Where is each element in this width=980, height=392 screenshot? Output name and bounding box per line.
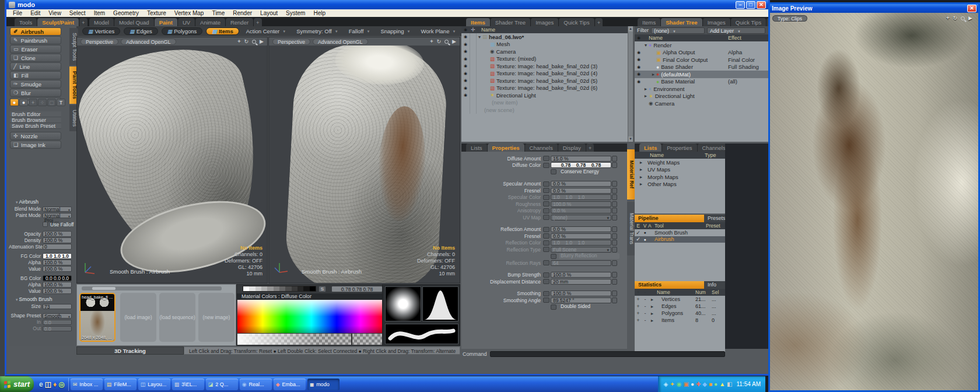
statistics-row[interactable]: + - ► Edges 61... ... [635,303,725,310]
checkbox[interactable] [551,169,556,174]
zoom-icon[interactable] [444,40,449,44]
enable-check[interactable]: ✓ [635,230,642,236]
add-layer-select[interactable]: Add Layer [707,27,765,34]
property-value[interactable]: 100.0 % [551,201,611,207]
panel-tab[interactable]: Channels [525,144,558,152]
pipeline-row[interactable]: ✓ ● Smooth Brush [635,229,725,236]
view-style-button[interactable]: Perspective [80,38,118,45]
property-value[interactable]: 100.0 % [551,272,611,278]
panel-tab[interactable]: Items [466,18,490,26]
item-row[interactable]: Texture: (mixed) [461,55,633,63]
collapse-minus[interactable]: - [642,310,649,316]
menu-item[interactable]: Texture [143,10,170,16]
item-row[interactable]: Texture: Image: head_bake_final_02d (5) [461,77,633,85]
selection-mode-button[interactable]: Edges [124,27,158,35]
gray-swatch-strip[interactable] [243,286,316,292]
expand-plus[interactable]: + [635,303,642,309]
zoom-icon[interactable] [961,16,965,20]
start-button[interactable]: start [0,376,34,392]
orbit-icon[interactable]: ↻ [953,15,958,21]
orbit-icon[interactable]: ↻ [244,38,249,44]
visibility-eye-icon[interactable] [461,57,470,61]
shader-row[interactable]: Base Shader Full Shading [635,64,769,71]
dropdown-field[interactable]: Smooth [43,313,72,319]
menu-item[interactable]: Edit [26,10,44,16]
brush-tip-button[interactable]: ● [10,99,19,106]
panel-tab[interactable]: Images [531,18,558,26]
viewport-right[interactable]: Perspective Advanced OpenGL + ↻ ▶ Smooth… [268,37,460,284]
paint-tool-button[interactable]: ◧ Fill [10,71,61,79]
shader-row[interactable]: ► Environment [635,85,769,93]
tray-icon[interactable]: ◈ [664,382,668,387]
visibility-eye-icon[interactable] [461,71,470,76]
bg-color-field[interactable]: 0.0 0.0 0.0 [43,275,72,281]
value-field[interactable]: 100.0 % [43,282,72,288]
spinner[interactable] [612,215,617,220]
title-bar[interactable]: modo – □ ✕ [6,0,768,9]
property-row[interactable]: Diffuse Color 0.78 0.78 0.78 [461,162,627,169]
expand-plus[interactable]: + [635,296,642,302]
item-row[interactable]: Texture: Image: head_bake_final_02d (4) [461,70,633,78]
visibility-eye-icon[interactable] [635,50,643,55]
spinner[interactable] [612,156,617,162]
filter-select[interactable]: (none) [651,27,705,34]
property-row[interactable]: Specular Amount 0.0 % [461,181,627,188]
property-value[interactable]: 0.0 % [551,188,611,194]
property-value[interactable]: 1.0 1.0 1.0 [551,240,611,246]
spinner[interactable] [612,279,617,285]
channel-toggle[interactable] [543,291,550,296]
statistics-row[interactable]: + - ► Vertices 21... ... [635,296,725,303]
saturation-button[interactable]: S [318,286,326,292]
texture-preview-image[interactable]: Type: Clips + ↻ ▶ [770,13,978,390]
item-row[interactable]: (new scene) [461,106,633,114]
property-row[interactable]: Reflection Amount 0.0 % [461,226,627,233]
side-tab-material-ref[interactable]: Material Ref [627,149,635,200]
property-value[interactable]: 0.0 % [551,226,611,232]
collapse-minus[interactable]: - [642,317,649,323]
value-field[interactable]: 100.0 % [43,237,72,243]
item-row[interactable]: Texture: Image: head_bake_final_02d (3) [461,62,633,70]
shader-row[interactable]: Final Color Output Final Color [635,56,769,64]
channel-toggle[interactable] [543,188,550,193]
checkbox[interactable] [551,254,556,259]
form-row[interactable]: Alpha 100.0 % [9,260,76,266]
layout-tab[interactable]: Tools [15,18,37,26]
property-value[interactable]: 100.0 % [551,290,611,296]
menu-item[interactable]: Geometry [109,10,143,16]
selection-mode-button[interactable]: Vertices [82,27,120,35]
spinner[interactable] [612,226,617,232]
expand-arrow[interactable]: ▼ [477,35,482,39]
orbit-icon[interactable]: ↻ [437,38,442,44]
list-row[interactable]: ► UV Maps [635,166,725,174]
toolbar-dropdown[interactable]: Falloff [345,28,374,34]
pipeline-header[interactable]: Pipeline [635,215,704,222]
expand-arrow[interactable]: ► [638,182,644,186]
brush-tip-button[interactable]: T [57,99,65,106]
value-field[interactable]: 0.0 [43,326,72,332]
statistics-row[interactable]: + - ► Items 8 0 [635,317,725,324]
shader-row[interactable]: Alpha Output Alpha [635,49,769,57]
visibility-eye-icon[interactable] [461,78,470,83]
paint-tool-button[interactable]: ❍ Blur [10,89,61,97]
panel-tab[interactable]: Channels [698,144,726,152]
command-input[interactable] [490,351,725,357]
property-value[interactable]: (none) [551,215,611,220]
property-value[interactable]: 64 [551,260,611,266]
quick-launch-icon[interactable]: ♦ [53,380,57,388]
panel-tab[interactable]: Items [638,18,660,26]
menu-item[interactable]: System [282,10,309,16]
property-value[interactable]: 0.0 % [551,233,611,239]
spinner[interactable] [612,208,617,214]
property-row[interactable]: Fresnel 0.0 % [461,187,627,194]
taskbar-window-button[interactable]: ✉ Inbox ... [71,379,103,390]
paint-tool-button[interactable]: ✑ Smudge [10,80,61,88]
panel-tab[interactable]: Display [558,144,586,152]
property-row[interactable]: Double Sided [461,304,627,311]
layout-tab[interactable]: Sculpt/Paint [37,18,79,26]
menu-item[interactable]: Select [65,10,90,16]
channel-toggle[interactable] [543,298,550,303]
value-marker[interactable] [351,334,352,345]
checkbox[interactable] [551,304,556,310]
taskbar-window-button[interactable]: ▤ FileM... [104,379,136,390]
value-field[interactable]: 100.0 % [43,231,72,237]
